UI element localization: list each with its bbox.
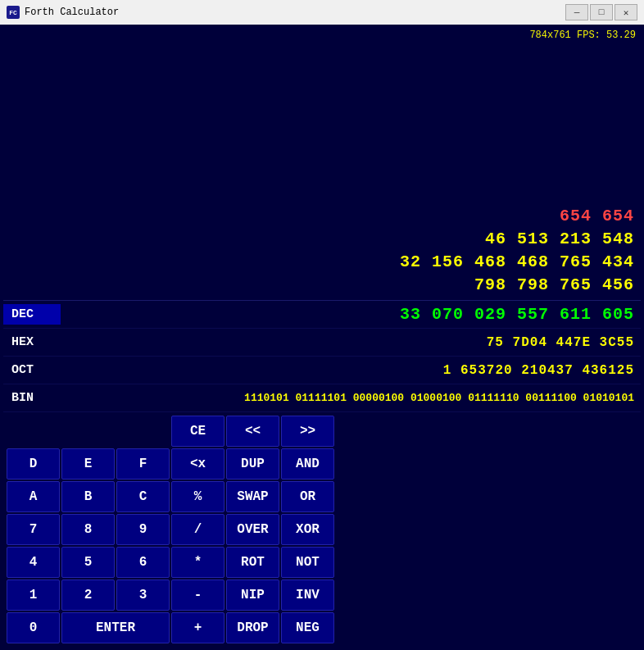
divide-button[interactable]: / — [171, 514, 224, 545]
4-button[interactable]: 4 — [7, 547, 60, 578]
xor-button[interactable]: XOR — [281, 514, 334, 545]
dec-value: 33 070 029 557 611 605 — [61, 305, 641, 324]
dup-button[interactable]: DUP — [226, 448, 279, 480]
b-button[interactable]: B — [61, 481, 115, 512]
window-title: Forth Calculator — [25, 7, 119, 18]
register-area: DEC 33 070 029 557 611 605 HEX 75 7D04 4… — [3, 300, 641, 412]
oct-value: 1 653720 210437 436125 — [61, 363, 641, 378]
bin-value: 1110101 01111101 00000100 01000100 01111… — [61, 392, 641, 404]
hex-value: 75 7D04 447E 3C55 — [61, 335, 641, 350]
8-button[interactable]: 8 — [61, 514, 115, 545]
oct-label: OCT — [3, 363, 61, 377]
dec-register-row: DEC 33 070 029 557 611 605 — [3, 301, 641, 329]
f-button[interactable]: F — [116, 448, 170, 480]
add-button[interactable]: + — [171, 612, 224, 643]
subtract-button[interactable]: - — [171, 580, 224, 611]
oct-register-row: OCT 1 653720 210437 436125 — [3, 357, 641, 384]
and-button[interactable]: AND — [281, 448, 334, 480]
hex-label: HEX — [3, 335, 61, 349]
6-button[interactable]: 6 — [116, 547, 170, 578]
bin-label: BIN — [3, 391, 61, 405]
fps-display: 784x761 FPS: 53.29 — [3, 28, 641, 43]
stack-row-2: 46 513 213 548 — [10, 228, 634, 251]
not-button[interactable]: NOT — [281, 547, 334, 578]
drop-button[interactable]: DROP — [226, 612, 279, 643]
7-button[interactable]: 7 — [7, 514, 60, 545]
minimize-button[interactable]: — — [565, 4, 588, 20]
over-button[interactable]: OVER — [226, 514, 279, 545]
e-button[interactable]: E — [61, 448, 115, 480]
nip-button[interactable]: NIP — [226, 580, 279, 611]
stack-row-3: 32 156 468 468 765 434 — [10, 251, 634, 274]
0-button[interactable]: 0 — [7, 612, 60, 643]
rot-button[interactable]: ROT — [226, 547, 279, 578]
stack-row-1: 654 654 — [10, 205, 634, 228]
backspace-button[interactable]: <x — [171, 448, 224, 480]
5-button[interactable]: 5 — [61, 547, 115, 578]
shift-right-button[interactable]: >> — [281, 416, 334, 447]
percent-button[interactable]: % — [171, 481, 224, 512]
2-button[interactable]: 2 — [61, 580, 115, 611]
shift-left-button[interactable]: << — [226, 416, 279, 447]
c-button[interactable]: C — [116, 481, 170, 512]
9-button[interactable]: 9 — [116, 514, 170, 545]
or-button[interactable]: OR — [281, 481, 334, 512]
app-icon-text: FC — [9, 9, 17, 16]
d-button[interactable]: D — [7, 448, 60, 480]
close-button[interactable]: ✕ — [615, 4, 637, 20]
bin-register-row: BIN 1110101 01111101 00000100 01000100 0… — [3, 384, 641, 412]
stack-row-4: 798 798 765 456 — [10, 274, 634, 297]
enter-button[interactable]: ENTER — [61, 612, 170, 643]
inv-button[interactable]: INV — [281, 580, 334, 611]
title-bar-controls: — □ ✕ — [565, 4, 637, 20]
3-button[interactable]: 3 — [116, 580, 170, 611]
hex-register-row: HEX 75 7D04 447E 3C55 — [3, 329, 641, 357]
swap-button[interactable]: SWAP — [226, 481, 279, 512]
calc-body: 784x761 FPS: 53.29 654 654 46 513 213 54… — [0, 25, 644, 650]
1-button[interactable]: 1 — [7, 580, 60, 611]
stack-display: 654 654 46 513 213 548 32 156 468 468 76… — [3, 43, 641, 300]
a-button[interactable]: A — [7, 481, 60, 512]
keypad: CE << >> D E F <x DUP AND A B C % SWAP O… — [3, 412, 641, 647]
ce-button[interactable]: CE — [171, 416, 224, 447]
dec-label: DEC — [3, 304, 61, 325]
multiply-button[interactable]: * — [171, 547, 224, 578]
title-bar-left: FC Forth Calculator — [7, 6, 119, 19]
app-icon: FC — [7, 6, 20, 19]
maximize-button[interactable]: □ — [590, 4, 613, 20]
neg-button[interactable]: NEG — [281, 612, 334, 643]
title-bar: FC Forth Calculator — □ ✕ — [0, 0, 644, 25]
